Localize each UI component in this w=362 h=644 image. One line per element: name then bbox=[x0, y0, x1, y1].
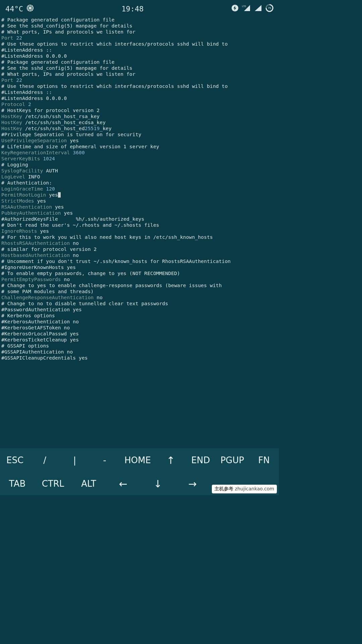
key-row-1: ESC/|-HOME↑ENDPGUPFN bbox=[0, 448, 279, 472]
editor-line: HostKey /etc/ssh/ssh_host_ecdsa_key bbox=[1, 119, 278, 125]
editor-line: # To enable empty passwords, change to y… bbox=[1, 270, 278, 276]
editor-line: PubkeyAuthentication yes bbox=[1, 210, 278, 216]
editor-line: # Package generated configuration file bbox=[1, 59, 278, 65]
editor-line: # some PAM modules and threads) bbox=[1, 288, 278, 294]
editor-line: #ListenAddress :: bbox=[1, 89, 278, 95]
editor-line: #KerberosTicketCleanup yes bbox=[1, 337, 278, 343]
temperature: 44°C bbox=[5, 5, 23, 13]
editor-line: # Authentication: bbox=[1, 180, 278, 186]
text-cursor bbox=[58, 192, 61, 198]
r1-key-1[interactable]: / bbox=[35, 455, 55, 465]
editor-line: HostKey /etc/ssh/ssh_host_ed25519_key bbox=[1, 125, 278, 131]
r2-key-4[interactable]: ↓ bbox=[148, 478, 168, 490]
editor-line: IgnoreRhosts yes bbox=[1, 228, 278, 234]
editor-line: # HostKeys for protocol version 2 bbox=[1, 107, 278, 113]
editor-line: Port 22 bbox=[1, 77, 278, 83]
editor-line: # Uncomment if you don't trust ~/.ssh/kn… bbox=[1, 258, 278, 264]
editor-line: # Use these options to restrict which in… bbox=[1, 83, 278, 89]
editor-line: #IgnoreUserKnownHosts yes bbox=[1, 264, 278, 270]
editor-line: # Change to yes to enable challenge-resp… bbox=[1, 282, 278, 288]
svg-text:75: 75 bbox=[268, 6, 271, 10]
editor-line: ServerKeyBits 1024 bbox=[1, 156, 278, 162]
editor-line: PermitRootLogin yes bbox=[1, 192, 278, 198]
editor-line: #ListenAddress :: bbox=[1, 47, 278, 53]
signal-icon bbox=[254, 4, 262, 13]
editor-line: RSAAuthentication yes bbox=[1, 204, 278, 210]
editor-line: # similar for protocol version 2 bbox=[1, 246, 278, 252]
editor-line: UsePrivilegeSeparation yes bbox=[1, 138, 278, 144]
editor-line: #KerberosAuthentication no bbox=[1, 319, 278, 325]
editor-line: Protocol 2 bbox=[1, 101, 278, 107]
r2-key-5[interactable]: → bbox=[182, 478, 202, 490]
status-bar: 44°C 19:48 LTE bbox=[0, 0, 279, 16]
watermark: 主机参考 zhujicankao.com bbox=[212, 485, 277, 493]
editor-line: # For this to work you will also need ho… bbox=[1, 234, 278, 240]
editor-line: #KerberosOrLocalPasswd yes bbox=[1, 331, 278, 337]
editor-line: # Package generated configuration file bbox=[1, 17, 278, 23]
editor-line: # Change to no to disable tunnelled clea… bbox=[1, 301, 278, 307]
r1-key-0[interactable]: ESC bbox=[5, 455, 25, 465]
r2-key-2[interactable]: ALT bbox=[79, 479, 99, 489]
editor-line: KeyRegenerationInterval 3600 bbox=[1, 150, 278, 156]
editor-line: #ListenAddress 0.0.0.0 bbox=[1, 95, 278, 101]
editor-line: #ListenAddress 0.0.0.0 bbox=[1, 53, 278, 59]
r1-key-7[interactable]: PGUP bbox=[221, 455, 244, 465]
editor-line: LogLevel INFO bbox=[1, 174, 278, 180]
svg-text:LTE: LTE bbox=[242, 5, 246, 7]
r1-key-5[interactable]: ↑ bbox=[161, 454, 181, 466]
editor-line: PermitEmptyPasswords no bbox=[1, 276, 278, 282]
r1-key-6[interactable]: END bbox=[191, 455, 211, 465]
bolt-icon bbox=[231, 4, 239, 13]
editor-line: # Use these options to restrict which in… bbox=[1, 41, 278, 47]
editor-line: ChallengeResponseAuthentication no bbox=[1, 294, 278, 301]
editor-line: HostbasedAuthentication no bbox=[1, 252, 278, 258]
r1-key-3[interactable]: - bbox=[95, 455, 115, 465]
editor-line: Port 22 bbox=[1, 35, 278, 41]
fan-icon bbox=[26, 4, 34, 13]
editor-line: # What ports, IPs and protocols we liste… bbox=[1, 71, 278, 77]
r2-key-3[interactable]: ← bbox=[113, 478, 133, 490]
editor-line: # See the sshd_config(5) manpage for det… bbox=[1, 23, 278, 29]
editor-line: #PasswordAuthentication yes bbox=[1, 307, 278, 313]
r1-key-2[interactable]: | bbox=[65, 455, 85, 465]
r2-key-0[interactable]: TAB bbox=[7, 479, 27, 489]
battery-ring-icon: 75 bbox=[265, 4, 274, 14]
clock: 19:48 bbox=[121, 5, 143, 13]
editor-line: #AuthorizedKeysFile %h/.ssh/authorized_k… bbox=[1, 216, 278, 222]
editor-line: RhostsRSAAuthentication no bbox=[1, 240, 278, 246]
editor-line: #GSSAPIAuthentication no bbox=[1, 349, 278, 355]
r1-key-4[interactable]: HOME bbox=[124, 455, 151, 465]
editor-line: # See the sshd_config(5) manpage for det… bbox=[1, 65, 278, 71]
editor-line: SyslogFacility AUTH bbox=[1, 168, 278, 174]
editor-line: # GSSAPI options bbox=[1, 343, 278, 349]
editor-line: StrictModes yes bbox=[1, 198, 278, 204]
r2-key-1[interactable]: CTRL bbox=[42, 479, 64, 489]
editor-line: LoginGraceTime 120 bbox=[1, 186, 278, 192]
editor-line: #Privilege Separation is turned on for s… bbox=[1, 131, 278, 138]
r1-key-8[interactable]: FN bbox=[254, 455, 274, 465]
editor-line: # Don't read the user's ~/.rhosts and ~/… bbox=[1, 222, 278, 228]
editor-line: # Lifetime and size of ephemeral version… bbox=[1, 144, 278, 150]
editor-line: #GSSAPICleanupCredentials yes bbox=[1, 355, 278, 361]
lte-signal-icon: LTE bbox=[242, 4, 251, 13]
editor-line: # Logging bbox=[1, 162, 278, 168]
editor-line: # Kerberos options bbox=[1, 313, 278, 319]
terminal-editor[interactable]: # Package generated configuration file# … bbox=[0, 16, 279, 361]
editor-line: # What ports, IPs and protocols we liste… bbox=[1, 29, 278, 35]
editor-line: #KerberosGetAFSToken no bbox=[1, 325, 278, 331]
editor-line: HostKey /etc/ssh/ssh_host_rsa_key bbox=[1, 113, 278, 119]
